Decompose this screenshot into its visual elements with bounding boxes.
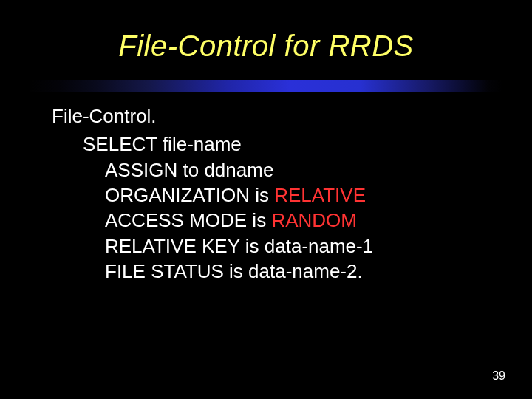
slide-body: File-Control. SELECT file-name ASSIGN to… <box>52 103 502 284</box>
keyword-relative: RELATIVE <box>274 184 366 206</box>
code-line-select: SELECT file-name <box>52 132 502 157</box>
slide-title: File-Control for RRDS <box>0 30 532 63</box>
code-line-relative-key: RELATIVE KEY is data-name-1 <box>52 233 502 259</box>
slide: File-Control for RRDS File-Control. SELE… <box>0 0 532 399</box>
code-line-file-status: FILE STATUS is data-name-2. <box>52 259 502 284</box>
text-access: ACCESS MODE is <box>105 209 271 231</box>
section-heading: File-Control. <box>52 103 502 129</box>
keyword-random: RANDOM <box>271 209 357 231</box>
code-line-organization: ORGANIZATION is RELATIVE <box>52 183 502 208</box>
title-underline <box>30 80 502 92</box>
page-number: 39 <box>492 369 505 383</box>
text-organization: ORGANIZATION is <box>105 184 274 206</box>
code-line-assign: ASSIGN to ddname <box>52 157 502 183</box>
code-line-access: ACCESS MODE is RANDOM <box>52 208 502 233</box>
